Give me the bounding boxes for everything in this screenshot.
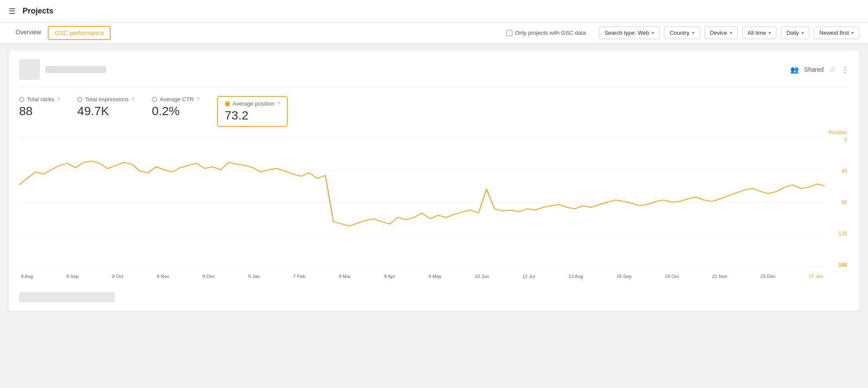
chart-inner bbox=[19, 137, 825, 268]
shared-people-icon: 👥 bbox=[790, 66, 799, 74]
y-tick-0: 0 bbox=[844, 137, 847, 143]
metric-total-clicks: Total clicks ? 88 bbox=[19, 96, 60, 118]
x-tick-27jan: 27 Jan bbox=[809, 274, 823, 279]
y-tick-180: 180 bbox=[838, 262, 847, 268]
metric-circle-ctr bbox=[152, 97, 157, 102]
tab-bar: Overview GSC performance Only projects w… bbox=[0, 23, 868, 43]
x-tick-25dec: 25 Dec bbox=[760, 274, 776, 279]
more-options-icon[interactable]: ⋮ bbox=[841, 65, 849, 74]
main-content: 👥 Shared ☆ ⋮ Total clicks ? 88 Total imp… bbox=[0, 43, 868, 318]
help-icon-position[interactable]: ? bbox=[277, 100, 280, 107]
metric-circle-impressions bbox=[77, 97, 83, 102]
logo-text-placeholder bbox=[45, 66, 106, 73]
shared-label: Shared bbox=[804, 66, 824, 73]
star-icon[interactable]: ☆ bbox=[829, 65, 836, 74]
y-tick-90: 90 bbox=[842, 200, 847, 205]
sort-dropdown[interactable]: Newest first ▾ bbox=[814, 27, 859, 39]
chevron-down-icon: ▾ bbox=[692, 30, 694, 35]
hamburger-icon[interactable]: ☰ bbox=[9, 7, 16, 16]
project-card: 👥 Shared ☆ ⋮ Total clicks ? 88 Total imp… bbox=[9, 50, 859, 311]
x-tick-9may: 9 May bbox=[429, 274, 442, 279]
app-title: Projects bbox=[23, 7, 53, 16]
metric-avg-ctr-value: 0.2% bbox=[152, 104, 200, 118]
metric-avg-ctr-label: Average CTR bbox=[160, 96, 194, 103]
y-tick-135: 135 bbox=[838, 231, 847, 236]
x-tick-9dec: 9 Dec bbox=[202, 274, 215, 279]
x-tick-9apr: 9 Apr bbox=[384, 274, 395, 279]
logo-placeholder bbox=[19, 59, 40, 80]
metric-total-clicks-label: Total clicks bbox=[27, 96, 54, 103]
x-tick-16sep: 16 Sep bbox=[617, 274, 632, 279]
x-tick-13aug: 13 Aug bbox=[568, 274, 583, 279]
tab-gsc-performance[interactable]: GSC performance bbox=[48, 26, 111, 40]
tab-filters: Only projects with GSC data Search type:… bbox=[506, 27, 859, 39]
help-icon-ctr[interactable]: ? bbox=[196, 96, 199, 103]
metric-total-impressions: Total impressions ? 49.7K bbox=[77, 96, 135, 118]
card-logo-area bbox=[19, 59, 106, 80]
time-dropdown[interactable]: All time ▾ bbox=[742, 27, 777, 39]
chart-x-axis: 9 Aug 9 Sep 9 Oct 8 Nov 9 Dec 9 Jan 7 Fe… bbox=[19, 268, 825, 285]
metric-total-impressions-value: 49.7K bbox=[77, 104, 135, 118]
metric-circle-position bbox=[225, 101, 230, 106]
x-tick-9mar: 9 Mar bbox=[339, 274, 351, 279]
search-type-dropdown[interactable]: Search type: Web ▾ bbox=[599, 27, 660, 39]
card-header: 👥 Shared ☆ ⋮ bbox=[19, 59, 849, 87]
tab-overview[interactable]: Overview bbox=[9, 23, 48, 42]
x-tick-9aug: 9 Aug bbox=[21, 274, 33, 279]
help-icon-clicks[interactable]: ? bbox=[57, 96, 60, 103]
metric-circle-clicks bbox=[19, 97, 24, 102]
help-icon-impressions[interactable]: ? bbox=[132, 96, 135, 103]
metric-avg-position: Average position ? 73.2 bbox=[217, 96, 288, 127]
chevron-down-icon: ▾ bbox=[769, 30, 771, 35]
chevron-down-icon: ▾ bbox=[802, 30, 804, 35]
chart-y-label: Position bbox=[828, 129, 847, 136]
x-tick-7feb: 7 Feb bbox=[293, 274, 305, 279]
frequency-dropdown[interactable]: Daily ▾ bbox=[781, 27, 809, 39]
gsc-data-checkbox[interactable] bbox=[506, 30, 512, 36]
metric-total-clicks-value: 88 bbox=[19, 104, 60, 118]
x-tick-10jun: 10 Jun bbox=[475, 274, 489, 279]
gsc-data-checkbox-label[interactable]: Only projects with GSC data bbox=[506, 30, 586, 36]
x-tick-9sep: 9 Sep bbox=[66, 274, 79, 279]
chevron-down-icon: ▾ bbox=[730, 30, 732, 35]
metric-avg-ctr: Average CTR ? 0.2% bbox=[152, 96, 200, 118]
country-dropdown[interactable]: Country ▾ bbox=[664, 27, 700, 39]
x-tick-21nov: 21 Nov bbox=[712, 274, 727, 279]
chevron-down-icon: ▾ bbox=[652, 30, 654, 35]
x-tick-19oct: 19 Oct bbox=[665, 274, 679, 279]
x-tick-9jan: 9 Jan bbox=[248, 274, 260, 279]
metrics-row: Total clicks ? 88 Total impressions ? 49… bbox=[19, 96, 849, 127]
x-tick-9oct: 9 Oct bbox=[112, 274, 123, 279]
top-bar: ☰ Projects bbox=[0, 0, 868, 23]
metric-avg-position-label: Average position bbox=[233, 100, 275, 107]
chart-svg bbox=[19, 137, 825, 267]
x-tick-8nov: 8 Nov bbox=[157, 274, 169, 279]
chevron-down-icon: ▾ bbox=[851, 30, 854, 35]
chart-container: Position 0 45 90 135 bbox=[19, 137, 849, 285]
metric-total-impressions-label: Total impressions bbox=[85, 96, 129, 103]
device-dropdown[interactable]: Device ▾ bbox=[704, 27, 738, 39]
x-tick-12jul: 12 Jul bbox=[522, 274, 535, 279]
chart-y-axis: 0 45 90 135 180 bbox=[827, 137, 849, 268]
bottom-placeholder-bar bbox=[19, 292, 115, 302]
card-actions: 👥 Shared ☆ ⋮ bbox=[790, 65, 849, 74]
y-tick-45: 45 bbox=[842, 169, 847, 174]
metric-avg-position-value: 73.2 bbox=[225, 109, 281, 123]
